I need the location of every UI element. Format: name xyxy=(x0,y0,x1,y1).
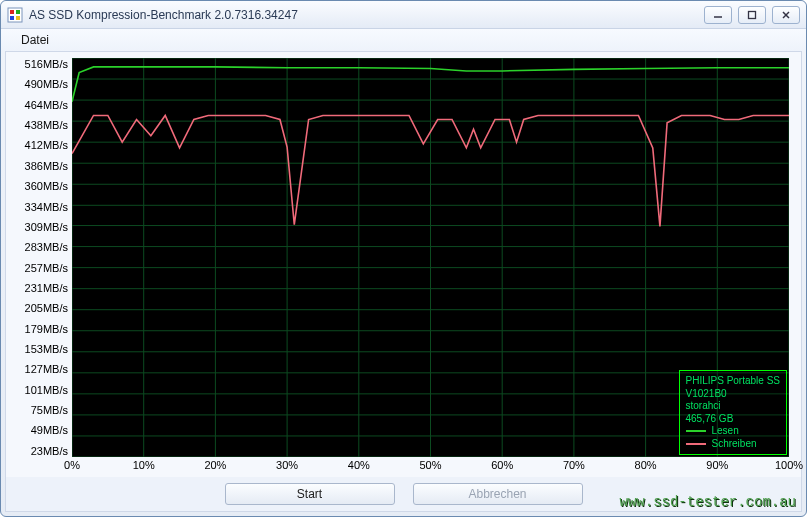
menu-datei[interactable]: Datei xyxy=(13,31,57,49)
y-tick-label: 360MB/s xyxy=(12,180,68,192)
x-tick-label: 20% xyxy=(204,459,226,471)
svg-rect-1 xyxy=(10,10,14,14)
maximize-button[interactable] xyxy=(738,6,766,24)
device-name: PHILIPS Portable SS xyxy=(686,375,781,388)
window-title: AS SSD Kompression-Benchmark 2.0.7316.34… xyxy=(29,8,298,22)
titlebar: AS SSD Kompression-Benchmark 2.0.7316.34… xyxy=(1,1,806,29)
y-tick-label: 283MB/s xyxy=(12,241,68,253)
legend-write: Schreiben xyxy=(686,438,781,451)
abort-button[interactable]: Abbrechen xyxy=(413,483,583,505)
y-tick-label: 309MB/s xyxy=(12,221,68,233)
y-axis-labels: 516MB/s490MB/s464MB/s438MB/s412MB/s386MB… xyxy=(12,58,70,457)
y-tick-label: 386MB/s xyxy=(12,160,68,172)
y-tick-label: 231MB/s xyxy=(12,282,68,294)
x-tick-label: 10% xyxy=(133,459,155,471)
device-capacity: 465,76 GB xyxy=(686,413,781,426)
y-tick-label: 75MB/s xyxy=(12,404,68,416)
button-row: Start Abbrechen xyxy=(6,477,801,511)
legend-swatch-write xyxy=(686,443,706,445)
chart: 516MB/s490MB/s464MB/s438MB/s412MB/s386MB… xyxy=(12,58,795,477)
minimize-button[interactable] xyxy=(704,6,732,24)
x-axis-labels: 0%10%20%30%40%50%60%70%80%90%100% xyxy=(72,459,789,477)
legend-read: Lesen xyxy=(686,425,781,438)
y-tick-label: 101MB/s xyxy=(12,384,68,396)
y-tick-label: 23MB/s xyxy=(12,445,68,457)
y-tick-label: 334MB/s xyxy=(12,201,68,213)
y-tick-label: 205MB/s xyxy=(12,302,68,314)
svg-rect-2 xyxy=(16,10,20,14)
start-button[interactable]: Start xyxy=(225,483,395,505)
x-tick-label: 70% xyxy=(563,459,585,471)
x-tick-label: 40% xyxy=(348,459,370,471)
y-tick-label: 516MB/s xyxy=(12,58,68,70)
device-firmware: V1021B0 xyxy=(686,388,781,401)
svg-rect-3 xyxy=(10,16,14,20)
svg-rect-6 xyxy=(749,11,756,18)
x-tick-label: 30% xyxy=(276,459,298,471)
x-tick-label: 90% xyxy=(706,459,728,471)
y-tick-label: 153MB/s xyxy=(12,343,68,355)
y-tick-label: 464MB/s xyxy=(12,99,68,111)
y-tick-label: 412MB/s xyxy=(12,139,68,151)
app-window: AS SSD Kompression-Benchmark 2.0.7316.34… xyxy=(0,0,807,517)
device-driver: storahci xyxy=(686,400,781,413)
client-area: 516MB/s490MB/s464MB/s438MB/s412MB/s386MB… xyxy=(5,51,802,512)
legend-box: PHILIPS Portable SS V1021B0 storahci 465… xyxy=(679,370,788,455)
x-tick-label: 60% xyxy=(491,459,513,471)
close-button[interactable] xyxy=(772,6,800,24)
y-tick-label: 438MB/s xyxy=(12,119,68,131)
legend-swatch-read xyxy=(686,430,706,432)
y-tick-label: 49MB/s xyxy=(12,424,68,436)
x-tick-label: 80% xyxy=(635,459,657,471)
plot-area: PHILIPS Portable SS V1021B0 storahci 465… xyxy=(72,58,789,457)
menubar: Datei xyxy=(1,29,806,51)
y-tick-label: 179MB/s xyxy=(12,323,68,335)
x-tick-label: 100% xyxy=(775,459,803,471)
y-tick-label: 127MB/s xyxy=(12,363,68,375)
y-tick-label: 490MB/s xyxy=(12,78,68,90)
svg-rect-4 xyxy=(16,16,20,20)
x-tick-label: 0% xyxy=(64,459,80,471)
y-tick-label: 257MB/s xyxy=(12,262,68,274)
x-tick-label: 50% xyxy=(419,459,441,471)
app-icon xyxy=(7,7,23,23)
